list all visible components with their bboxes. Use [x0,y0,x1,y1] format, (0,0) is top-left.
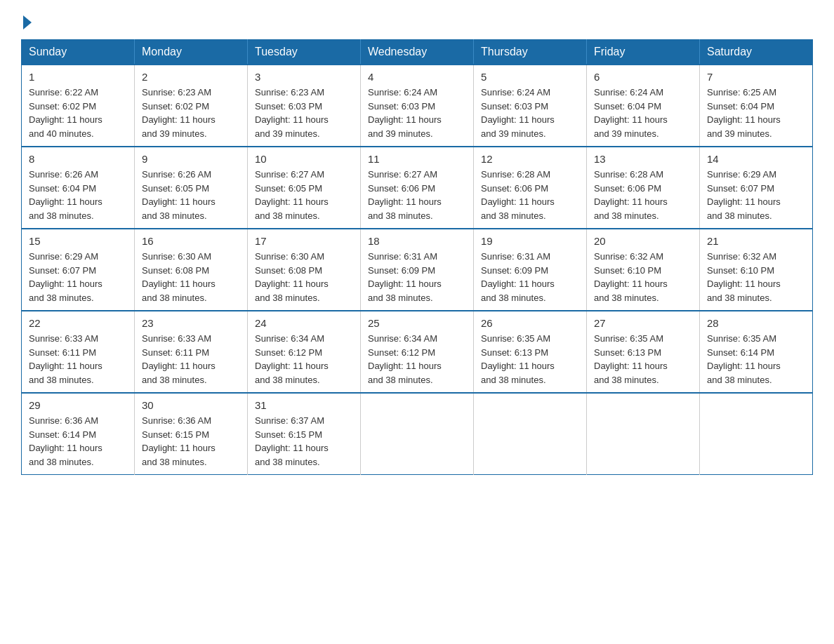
col-monday: Monday [135,40,248,65]
calendar-cell: 20Sunrise: 6:32 AMSunset: 6:10 PMDayligh… [587,229,700,311]
day-info: Sunrise: 6:28 AMSunset: 6:06 PMDaylight:… [594,168,692,222]
calendar-cell: 2Sunrise: 6:23 AMSunset: 6:02 PMDaylight… [135,65,248,147]
day-info: Sunrise: 6:31 AMSunset: 6:09 PMDaylight:… [368,250,466,304]
day-number: 5 [481,71,579,83]
day-number: 23 [142,317,240,329]
calendar-cell: 31Sunrise: 6:37 AMSunset: 6:15 PMDayligh… [248,393,361,475]
calendar-week-1: 1Sunrise: 6:22 AMSunset: 6:02 PMDaylight… [22,65,813,147]
day-info: Sunrise: 6:27 AMSunset: 6:05 PMDaylight:… [255,168,353,222]
calendar-table: Sunday Monday Tuesday Wednesday Thursday… [21,39,813,475]
calendar-cell: 30Sunrise: 6:36 AMSunset: 6:15 PMDayligh… [135,393,248,475]
calendar-cell [361,393,474,475]
day-info: Sunrise: 6:36 AMSunset: 6:15 PMDaylight:… [142,414,240,469]
col-wednesday: Wednesday [361,40,474,65]
day-number: 14 [707,153,805,165]
day-number: 1 [29,71,127,83]
day-number: 24 [255,317,353,329]
calendar-cell: 16Sunrise: 6:30 AMSunset: 6:08 PMDayligh… [135,229,248,311]
day-info: Sunrise: 6:35 AMSunset: 6:13 PMDaylight:… [594,332,692,387]
calendar-week-4: 22Sunrise: 6:33 AMSunset: 6:11 PMDayligh… [22,311,813,393]
day-info: Sunrise: 6:28 AMSunset: 6:06 PMDaylight:… [481,168,579,222]
col-saturday: Saturday [700,40,813,65]
calendar-cell: 7Sunrise: 6:25 AMSunset: 6:04 PMDaylight… [700,65,813,147]
day-info: Sunrise: 6:26 AMSunset: 6:04 PMDaylight:… [29,168,127,222]
day-info: Sunrise: 6:37 AMSunset: 6:15 PMDaylight:… [255,414,353,469]
col-friday: Friday [587,40,700,65]
calendar-header: Sunday Monday Tuesday Wednesday Thursday… [22,40,813,65]
day-info: Sunrise: 6:35 AMSunset: 6:13 PMDaylight:… [481,332,579,387]
day-info: Sunrise: 6:23 AMSunset: 6:02 PMDaylight:… [142,86,240,140]
col-tuesday: Tuesday [248,40,361,65]
day-number: 27 [594,317,692,329]
calendar-week-3: 15Sunrise: 6:29 AMSunset: 6:07 PMDayligh… [22,229,813,311]
calendar-cell: 10Sunrise: 6:27 AMSunset: 6:05 PMDayligh… [248,147,361,229]
calendar-cell: 19Sunrise: 6:31 AMSunset: 6:09 PMDayligh… [474,229,587,311]
col-thursday: Thursday [474,40,587,65]
day-number: 22 [29,317,127,329]
calendar-cell: 9Sunrise: 6:26 AMSunset: 6:05 PMDaylight… [135,147,248,229]
calendar-cell: 5Sunrise: 6:24 AMSunset: 6:03 PMDaylight… [474,65,587,147]
day-number: 28 [707,317,805,329]
calendar-cell [474,393,587,475]
day-info: Sunrise: 6:27 AMSunset: 6:06 PMDaylight:… [368,168,466,222]
day-info: Sunrise: 6:33 AMSunset: 6:11 PMDaylight:… [29,332,127,387]
day-info: Sunrise: 6:29 AMSunset: 6:07 PMDaylight:… [29,250,127,304]
page-header [21,14,813,25]
calendar-cell: 12Sunrise: 6:28 AMSunset: 6:06 PMDayligh… [474,147,587,229]
day-number: 12 [481,153,579,165]
col-sunday: Sunday [22,40,135,65]
day-number: 16 [142,235,240,247]
day-info: Sunrise: 6:34 AMSunset: 6:12 PMDaylight:… [255,332,353,387]
day-number: 4 [368,71,466,83]
day-info: Sunrise: 6:33 AMSunset: 6:11 PMDaylight:… [142,332,240,387]
calendar-cell: 23Sunrise: 6:33 AMSunset: 6:11 PMDayligh… [135,311,248,393]
day-info: Sunrise: 6:29 AMSunset: 6:07 PMDaylight:… [707,168,805,222]
day-info: Sunrise: 6:25 AMSunset: 6:04 PMDaylight:… [707,86,805,140]
day-number: 3 [255,71,353,83]
calendar-cell: 25Sunrise: 6:34 AMSunset: 6:12 PMDayligh… [361,311,474,393]
calendar-cell: 6Sunrise: 6:24 AMSunset: 6:04 PMDaylight… [587,65,700,147]
day-number: 29 [29,399,127,411]
day-info: Sunrise: 6:32 AMSunset: 6:10 PMDaylight:… [594,250,692,304]
day-info: Sunrise: 6:24 AMSunset: 6:04 PMDaylight:… [594,86,692,140]
day-number: 17 [255,235,353,247]
calendar-cell: 3Sunrise: 6:23 AMSunset: 6:03 PMDaylight… [248,65,361,147]
calendar-cell: 26Sunrise: 6:35 AMSunset: 6:13 PMDayligh… [474,311,587,393]
calendar-week-2: 8Sunrise: 6:26 AMSunset: 6:04 PMDaylight… [22,147,813,229]
day-info: Sunrise: 6:24 AMSunset: 6:03 PMDaylight:… [368,86,466,140]
logo [21,14,32,25]
logo-triangle-icon [23,15,32,29]
day-number: 10 [255,153,353,165]
day-number: 25 [368,317,466,329]
calendar-cell: 22Sunrise: 6:33 AMSunset: 6:11 PMDayligh… [22,311,135,393]
day-number: 13 [594,153,692,165]
day-number: 15 [29,235,127,247]
day-info: Sunrise: 6:34 AMSunset: 6:12 PMDaylight:… [368,332,466,387]
day-info: Sunrise: 6:35 AMSunset: 6:14 PMDaylight:… [707,332,805,387]
calendar-cell: 21Sunrise: 6:32 AMSunset: 6:10 PMDayligh… [700,229,813,311]
day-info: Sunrise: 6:24 AMSunset: 6:03 PMDaylight:… [481,86,579,140]
day-number: 8 [29,153,127,165]
day-number: 7 [707,71,805,83]
calendar-cell: 17Sunrise: 6:30 AMSunset: 6:08 PMDayligh… [248,229,361,311]
calendar-cell: 14Sunrise: 6:29 AMSunset: 6:07 PMDayligh… [700,147,813,229]
day-number: 20 [594,235,692,247]
day-info: Sunrise: 6:30 AMSunset: 6:08 PMDaylight:… [142,250,240,304]
calendar-cell: 15Sunrise: 6:29 AMSunset: 6:07 PMDayligh… [22,229,135,311]
calendar-body: 1Sunrise: 6:22 AMSunset: 6:02 PMDaylight… [22,65,813,475]
calendar-cell: 1Sunrise: 6:22 AMSunset: 6:02 PMDaylight… [22,65,135,147]
day-info: Sunrise: 6:32 AMSunset: 6:10 PMDaylight:… [707,250,805,304]
calendar-cell: 18Sunrise: 6:31 AMSunset: 6:09 PMDayligh… [361,229,474,311]
day-info: Sunrise: 6:31 AMSunset: 6:09 PMDaylight:… [481,250,579,304]
day-number: 2 [142,71,240,83]
day-number: 19 [481,235,579,247]
day-number: 18 [368,235,466,247]
day-info: Sunrise: 6:26 AMSunset: 6:05 PMDaylight:… [142,168,240,222]
calendar-cell: 11Sunrise: 6:27 AMSunset: 6:06 PMDayligh… [361,147,474,229]
day-number: 26 [481,317,579,329]
calendar-cell: 28Sunrise: 6:35 AMSunset: 6:14 PMDayligh… [700,311,813,393]
calendar-cell: 4Sunrise: 6:24 AMSunset: 6:03 PMDaylight… [361,65,474,147]
calendar-cell: 13Sunrise: 6:28 AMSunset: 6:06 PMDayligh… [587,147,700,229]
day-info: Sunrise: 6:30 AMSunset: 6:08 PMDaylight:… [255,250,353,304]
day-info: Sunrise: 6:36 AMSunset: 6:14 PMDaylight:… [29,414,127,469]
